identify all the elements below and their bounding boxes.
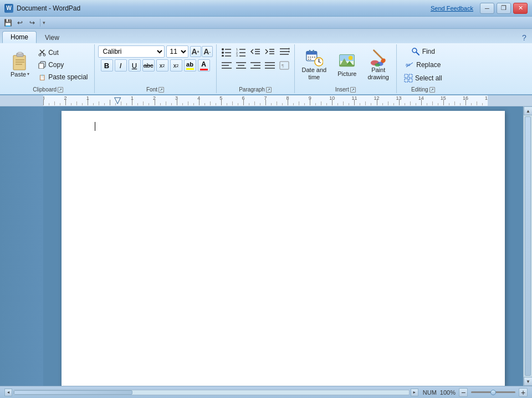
find-label: Find — [422, 48, 435, 55]
title-bar-controls: Send Feedback ─ ❒ ✕ — [431, 3, 528, 14]
minimize-button[interactable]: ─ — [480, 3, 494, 14]
font-name-select[interactable]: Calibri — [98, 45, 165, 58]
align-center-button[interactable] — [234, 59, 248, 72]
editing-expand-icon[interactable]: ↗ — [429, 87, 435, 93]
paint-icon — [370, 49, 387, 67]
qa-undo-button[interactable]: ↩ — [14, 18, 25, 28]
select-all-label: Select all — [415, 74, 442, 82]
align-left-button[interactable] — [220, 59, 233, 72]
clipboard-expand-icon[interactable]: ↗ — [58, 87, 63, 93]
datetime-button[interactable]: Date andtime — [298, 47, 331, 83]
send-feedback-link[interactable]: Send Feedback — [431, 5, 473, 12]
paste-button[interactable]: Paste ▾ — [6, 49, 34, 80]
font-size-select[interactable]: 11 — [166, 45, 188, 58]
underline-button[interactable]: U — [129, 59, 141, 72]
paint-drawing-button[interactable]: Paintdrawing — [364, 47, 393, 83]
highlight-color-button[interactable]: ab — [184, 59, 196, 72]
editing-group: Find ac Replace — [397, 44, 449, 93]
font-row2: B I U abc x2 x2 ab A — [101, 59, 210, 72]
bullets-button[interactable] — [220, 45, 233, 58]
italic-button[interactable]: I — [115, 59, 127, 72]
paste-dropdown-arrow[interactable]: ▾ — [27, 72, 29, 76]
close-button[interactable]: ✕ — [513, 3, 528, 14]
line-spacing-button[interactable] — [278, 45, 291, 58]
editing-group-content: Find ac Replace — [400, 44, 446, 85]
ribbon: Home View ? — [0, 29, 532, 95]
datetime-label: Date andtime — [302, 67, 327, 81]
replace-button[interactable]: ac Replace — [401, 59, 444, 71]
datetime-icon — [305, 49, 323, 67]
zoom-in-button[interactable]: + — [519, 388, 528, 397]
left-sidebar — [0, 106, 43, 386]
ruler-right-margin — [488, 95, 532, 106]
bold-button[interactable]: B — [101, 59, 113, 72]
font-group-content: Calibri 11 A+ A- B I U abc x2 x — [98, 44, 213, 85]
cut-button[interactable]: Cut — [35, 47, 90, 58]
tab-home[interactable]: Home — [2, 31, 37, 43]
window-title: Document - WordPad — [17, 4, 80, 12]
font-shrink-button[interactable]: A- — [202, 46, 213, 57]
copy-label: Copy — [48, 61, 64, 69]
svg-text:3.: 3. — [236, 54, 238, 57]
svg-point-16 — [222, 55, 224, 57]
paragraph-group-label: Paragraph ↗ — [220, 85, 291, 93]
insert-expand-icon[interactable]: ↗ — [350, 87, 356, 93]
superscript-button[interactable]: x2 — [170, 59, 182, 72]
status-right: NUM 100% − + — [423, 388, 528, 397]
strikethrough-button[interactable]: abc — [142, 59, 155, 72]
quick-access-toolbar: 💾 ↩ ↪ ▾ — [0, 17, 532, 29]
svg-rect-49 — [306, 53, 317, 54]
svg-point-14 — [222, 52, 224, 54]
scroll-left-button[interactable]: ◄ — [4, 389, 12, 396]
paste-special-label: Paste special — [48, 73, 88, 81]
svg-rect-52 — [308, 57, 309, 58]
numbering-button[interactable]: 1. 2. 3. — [234, 45, 248, 58]
copy-button[interactable]: Copy — [35, 59, 90, 70]
align-right-button[interactable] — [249, 59, 262, 72]
zoom-track — [471, 391, 515, 393]
font-color-button[interactable]: A — [198, 59, 210, 72]
font-grow-button[interactable]: A+ — [190, 46, 201, 57]
help-icon[interactable]: ? — [519, 32, 530, 43]
qa-redo-button[interactable]: ↪ — [27, 18, 38, 28]
svg-line-69 — [374, 50, 383, 60]
indent-more-button[interactable] — [263, 45, 277, 58]
replace-label: Replace — [416, 61, 441, 69]
picture-button[interactable]: Picture — [334, 51, 360, 79]
ruler-left-margin — [0, 95, 43, 106]
picture-icon — [338, 53, 356, 70]
restore-button[interactable]: ❒ — [497, 3, 511, 14]
cut-label: Cut — [48, 49, 59, 57]
qa-dropdown-button[interactable]: ▾ — [43, 20, 45, 25]
svg-rect-51 — [313, 50, 314, 53]
indent-less-button[interactable] — [249, 45, 262, 58]
font-group-label: Font ↗ — [98, 85, 213, 93]
font-expand-icon[interactable]: ↗ — [158, 87, 164, 93]
zoom-thumb[interactable] — [490, 390, 496, 395]
align-justify-button[interactable] — [263, 59, 277, 72]
copy-icon — [38, 61, 46, 69]
num-lock-indicator: NUM — [423, 389, 437, 396]
paragraph-expand-icon[interactable]: ↗ — [266, 87, 272, 93]
svg-rect-57 — [310, 59, 311, 60]
scroll-right-button[interactable]: ► — [411, 389, 418, 396]
scroll-down-button[interactable]: ▼ — [524, 377, 532, 386]
find-button[interactable]: Find — [407, 45, 439, 58]
select-all-button[interactable]: Select all — [400, 72, 446, 84]
zoom-out-button[interactable]: − — [459, 388, 468, 397]
scroll-thumb[interactable] — [525, 116, 531, 376]
subscript-button[interactable]: x2 — [156, 59, 168, 72]
qa-save-button[interactable]: 💾 — [2, 18, 13, 28]
paste-special-button[interactable]: 📋 Paste special — [35, 72, 90, 83]
document-page[interactable] — [62, 111, 505, 386]
paragraph-expand-btn[interactable]: ¶ — [278, 59, 291, 72]
svg-rect-56 — [308, 59, 309, 60]
insert-group-label: Insert ↗ — [298, 85, 393, 93]
tab-view[interactable]: View — [37, 31, 68, 43]
app-icon: W — [4, 4, 13, 13]
zoom-slider[interactable] — [471, 389, 515, 396]
scroll-up-button[interactable]: ▲ — [524, 106, 532, 115]
svg-rect-54 — [312, 57, 313, 58]
svg-rect-80 — [405, 79, 408, 82]
font-group: Calibri 11 A+ A- B I U abc x2 x — [95, 44, 217, 93]
